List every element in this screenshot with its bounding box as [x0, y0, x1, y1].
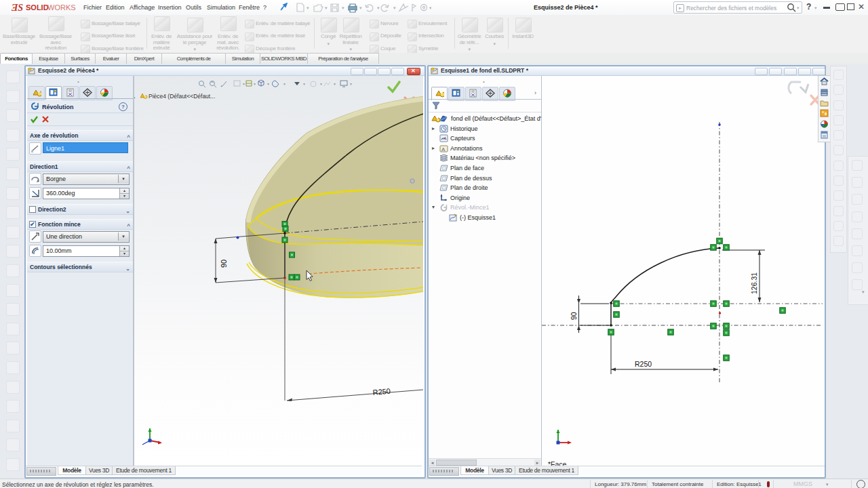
svg-text:90: 90: [570, 312, 578, 320]
svg-text:▾: ▾: [377, 5, 380, 10]
svg-text:▾: ▾: [307, 5, 309, 10]
svg-text:▾: ▾: [283, 82, 285, 86]
svg-text:▾: ▾: [350, 82, 352, 86]
svg-text:▾: ▾: [325, 5, 328, 10]
svg-text:ƎS: ƎS: [12, 3, 23, 13]
svg-text:▾: ▾: [342, 5, 344, 10]
svg-text:▾: ▾: [334, 82, 336, 86]
svg-text:SOLID: SOLID: [26, 3, 49, 12]
svg-text:▾: ▾: [303, 82, 305, 86]
svg-text:WORKS: WORKS: [47, 3, 76, 12]
svg-text:▾: ▾: [254, 82, 256, 86]
svg-text:Pièce4 (Défaut<<Défaut...: Pièce4 (Défaut<<Défaut...: [149, 93, 215, 100]
svg-text:▾: ▾: [320, 82, 322, 86]
svg-text:A: A: [441, 146, 446, 152]
svg-text:▾: ▾: [267, 82, 269, 86]
svg-text:R250: R250: [372, 387, 391, 396]
svg-text:▾: ▾: [359, 5, 362, 10]
svg-text:90: 90: [220, 260, 228, 268]
svg-text:*Face: *Face: [548, 460, 567, 466]
svg-text:▸: ▸: [134, 95, 136, 100]
svg-text:▾: ▾: [429, 5, 431, 10]
svg-text:126.31: 126.31: [750, 272, 758, 294]
svg-text:R250: R250: [635, 360, 652, 368]
svg-text:▾: ▾: [393, 5, 396, 10]
svg-text:▾: ▾: [243, 82, 245, 86]
